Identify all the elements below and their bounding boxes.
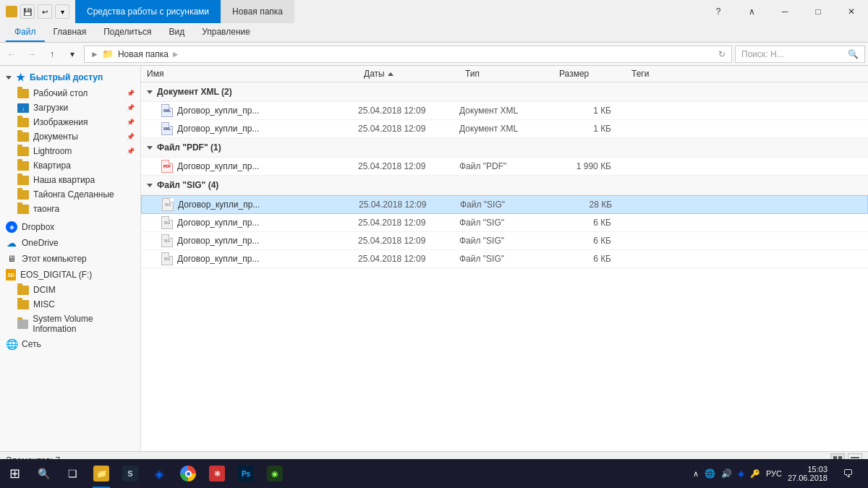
help-button[interactable]: ?	[702, 0, 735, 23]
file-name-sig-2: SIG Договор_купли_пр...	[161, 216, 358, 229]
sidebar-item-sysvolinfo[interactable]: System Volume Information	[0, 312, 140, 336]
refresh-button[interactable]: ↻	[718, 49, 726, 59]
sidebar-item-dropbox[interactable]: ◈ Dropbox	[0, 219, 140, 235]
sidebar-item-dcim[interactable]: DCIM	[0, 283, 140, 297]
tray-key-icon[interactable]: 🔑	[750, 469, 760, 479]
sidebar-label-downloads: Загрузки	[33, 103, 68, 113]
taskbar-chrome-button[interactable]	[174, 459, 203, 488]
table-row[interactable]: SIG Договор_купли_пр... 25.04.2018 12:09…	[141, 214, 868, 232]
quick-access-save[interactable]: 💾	[20, 4, 35, 19]
ribbon-tab-pictures[interactable]: Средства работы с рисунками	[75, 0, 221, 23]
content-area: Имя Даты Тип Размер Теги Документ XML (2…	[141, 66, 868, 451]
ribbon-tab-view[interactable]: Вид	[160, 23, 193, 42]
sidebar-item-network[interactable]: 🌐 Сеть	[0, 336, 140, 352]
sidebar-item-taonga-sdelannie[interactable]: Тайонга Сделанные	[0, 187, 140, 202]
file-date-pdf-1: 25.04.2018 12:09	[358, 161, 459, 171]
system-clock[interactable]: 15:03 27.06.2018	[788, 465, 827, 482]
sidebar-item-misc[interactable]: MISC	[0, 297, 140, 312]
table-row[interactable]: SIG Договор_купли_пр... 25.04.2018 12:09…	[141, 195, 868, 214]
photoshop-icon: Ps	[238, 466, 254, 481]
sidebar-item-drive[interactable]: SD EOS_DIGITAL (F:)	[0, 267, 140, 283]
file-name-sig-3: SIG Договор_купли_пр...	[161, 234, 358, 247]
ribbon-tab-share[interactable]: Поделиться	[95, 23, 160, 42]
table-row[interactable]: XML Договор_купли_пр... 25.04.2018 12:09…	[141, 120, 868, 138]
col-header-size[interactable]: Размер	[559, 69, 631, 79]
col-header-name[interactable]: Имя	[147, 69, 364, 79]
file-size-sig-3: 6 КБ	[553, 236, 626, 246]
file-name-pdf-1: PDF Договор_купли_пр...	[161, 160, 358, 173]
taskbar-steam-button[interactable]: S	[116, 459, 145, 488]
collapse-ribbon-button[interactable]: ∧	[735, 0, 768, 23]
up-button[interactable]: ↑	[43, 46, 61, 63]
taskbar-app6-button[interactable]: ❋	[203, 459, 231, 488]
tray-network-icon[interactable]: 🌐	[705, 468, 715, 479]
windows-icon: ⊞	[9, 466, 20, 481]
sidebar-item-kvartira[interactable]: Квартира	[0, 158, 140, 173]
group-header-pdf[interactable]: Файл "PDF" (1)	[141, 138, 868, 158]
table-row[interactable]: SIG Договор_купли_пр... 25.04.2018 12:09…	[141, 232, 868, 250]
table-row[interactable]: SIG Договор_купли_пр... 25.04.2018 12:09…	[141, 250, 868, 268]
dropbox-taskbar-icon: ◈	[155, 467, 163, 481]
tray-dropbox-icon[interactable]: ◈	[738, 468, 744, 479]
pin-icon-downloads: 📌	[127, 104, 135, 111]
title-tabs: Средства работы с рисунками Новая папка	[75, 0, 702, 23]
tray-lang[interactable]: РУС	[766, 469, 782, 478]
taskbar-explorer-button[interactable]: 📁	[87, 459, 116, 488]
search-box[interactable]: Поиск: Н... 🔍	[735, 46, 865, 63]
sidebar-item-nasha-kvartira[interactable]: Наша квартира	[0, 173, 140, 187]
col-header-date[interactable]: Даты	[364, 69, 465, 79]
tray-chevron[interactable]: ∧	[693, 469, 699, 479]
sidebar-item-lightroom[interactable]: Lightroom 📌	[0, 144, 140, 158]
forward-button[interactable]: →	[23, 46, 41, 63]
quick-access-dropdown[interactable]: ▾	[55, 4, 69, 19]
ribbon-tab-manage[interactable]: Управление	[193, 23, 259, 42]
sd-icon: SD	[6, 269, 16, 281]
taskbar-app8-button[interactable]: ◉	[260, 459, 289, 488]
taskbar-search-button[interactable]: 🔍	[29, 459, 58, 488]
col-header-type[interactable]: Тип	[465, 69, 559, 79]
minimize-button[interactable]: ─	[768, 0, 801, 23]
tray-volume-icon[interactable]: 🔊	[721, 468, 732, 479]
window-controls: ? ∧ ─ □ ✕	[702, 0, 868, 23]
taskbar-photoshop-button[interactable]: Ps	[231, 459, 260, 488]
ribbon-tab-file[interactable]: Файл	[6, 23, 45, 42]
close-button[interactable]: ✕	[835, 0, 868, 23]
recent-button[interactable]: ▾	[64, 46, 81, 63]
back-button[interactable]: ←	[3, 46, 20, 63]
file-size-sig-1: 28 КБ	[554, 200, 626, 210]
sidebar-item-downloads[interactable]: ↓ Загрузки 📌	[0, 100, 140, 115]
taskbar-dropbox-button[interactable]: ◈	[145, 459, 174, 488]
clock-time: 15:03	[788, 465, 827, 474]
folder-icon-dcim	[17, 286, 29, 295]
taskbar-start-button[interactable]: ⊞	[0, 459, 29, 488]
maximize-button[interactable]: □	[801, 0, 835, 23]
table-row[interactable]: PDF Договор_купли_пр... 25.04.2018 12:09…	[141, 158, 868, 176]
file-type-sig-2: Файл "SIG"	[459, 218, 553, 228]
group-header-xml[interactable]: Документ XML (2)	[141, 82, 868, 102]
taskbar-taskview-button[interactable]: ❑	[58, 459, 87, 488]
sidebar-item-documents[interactable]: Документы 📌	[0, 129, 140, 144]
quick-access-header[interactable]: ★ Быстрый доступ	[0, 69, 140, 86]
file-date-sig-4: 25.04.2018 12:09	[358, 254, 459, 264]
sidebar-label-documents: Документы	[33, 132, 78, 142]
group-header-sig[interactable]: Файл "SIG" (4)	[141, 176, 868, 195]
sidebar-item-taonga[interactable]: таонга	[0, 202, 140, 216]
sidebar-item-images[interactable]: Изображения 📌	[0, 115, 140, 129]
sidebar-item-onedrive[interactable]: ☁ OneDrive	[0, 235, 140, 251]
notification-center-button[interactable]: 🗨	[833, 459, 862, 488]
sidebar-label-desktop: Рабочий стол	[33, 88, 88, 98]
sidebar-item-desktop[interactable]: Рабочий стол 📌	[0, 86, 140, 100]
ribbon-tab-home[interactable]: Главная	[45, 23, 95, 42]
col-header-tags[interactable]: Теги	[631, 69, 862, 79]
file-name-xml-2: XML Договор_купли_пр...	[161, 122, 358, 135]
quick-access-undo[interactable]: ↩	[38, 4, 52, 19]
folder-icon-taonga	[17, 205, 29, 214]
ribbon-tab-folder[interactable]: Новая папка	[221, 0, 294, 23]
title-bar: 💾 ↩ ▾ Средства работы с рисунками Новая …	[0, 0, 868, 23]
table-row[interactable]: XML Договор_купли_пр... 25.04.2018 12:09…	[141, 102, 868, 120]
sig-file-icon: SIG	[161, 252, 173, 265]
address-path[interactable]: ► 📁 Новая папка ► ↻	[84, 46, 732, 63]
sidebar-item-computer[interactable]: 🖥 Этот компьютер	[0, 251, 140, 267]
folder-icon-nasha-kvartira	[17, 176, 29, 185]
breadcrumb-arrow: ►	[171, 49, 180, 59]
